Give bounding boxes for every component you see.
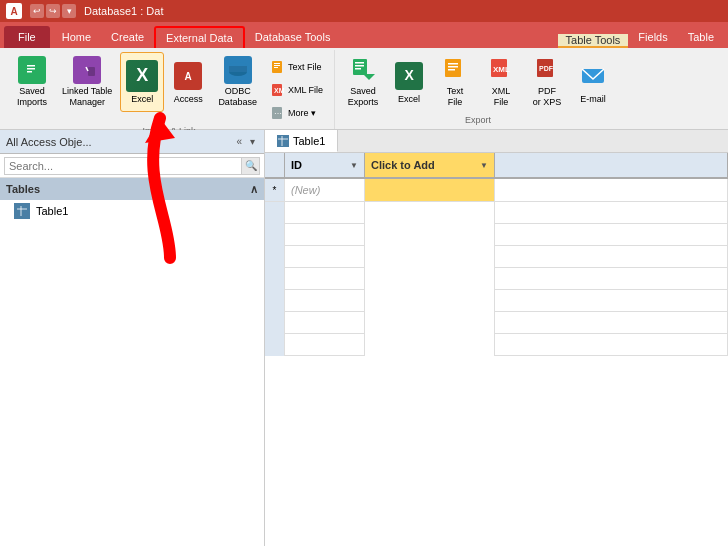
nav-pane-title: All Access Obje... <box>6 136 92 148</box>
id-dropdown-icon[interactable]: ▼ <box>350 161 358 170</box>
access-icon: A <box>174 62 202 90</box>
table-row <box>265 202 728 224</box>
svg-text:⋯: ⋯ <box>274 109 282 118</box>
app-logo: A <box>6 3 22 19</box>
empty-cell <box>495 179 728 201</box>
id-column-header[interactable]: ID ▼ <box>285 153 365 177</box>
more-import-dropdown[interactable]: ⋯ More ▾ <box>265 102 328 124</box>
nav-pane-header: All Access Obje... « ▾ <box>0 130 264 154</box>
svg-rect-25 <box>445 59 461 77</box>
access-import-button[interactable]: A Access <box>166 52 210 112</box>
table-tab-table1[interactable]: Table1 <box>265 130 338 152</box>
more-icon: ⋯ <box>270 105 286 121</box>
email-icon <box>579 62 607 90</box>
ribbon-tabs: File Home Create External Data Database … <box>0 22 728 48</box>
text-export-button[interactable]: Text File <box>433 52 477 112</box>
row-marker-new: * <box>265 179 285 201</box>
svg-line-6 <box>86 67 88 71</box>
quick-access-dropdown[interactable]: ▾ <box>62 4 76 18</box>
svg-text:PDF: PDF <box>539 65 554 72</box>
xml-export-icon: XML <box>487 56 515 84</box>
svg-text:XML: XML <box>274 87 285 94</box>
undo-button[interactable]: ↩ <box>30 4 44 18</box>
svg-rect-1 <box>27 65 35 67</box>
pdf-icon: PDF <box>533 56 561 84</box>
svg-rect-11 <box>229 66 247 72</box>
email-export-button[interactable]: E-mail <box>571 52 615 112</box>
svg-rect-13 <box>274 63 280 64</box>
main-area: All Access Obje... « ▾ 🔍 Tables ∧ <box>0 130 728 546</box>
search-input[interactable] <box>4 157 242 175</box>
grid-header: ID ▼ Click to Add ▼ <box>265 153 728 179</box>
svg-rect-22 <box>355 65 364 67</box>
table-row <box>265 246 728 268</box>
tab-database-tools[interactable]: Database Tools <box>245 26 341 48</box>
saved-exports-button[interactable]: Saved Exports <box>341 52 385 112</box>
nav-item-table1[interactable]: Table1 <box>0 200 264 222</box>
svg-rect-4 <box>79 63 86 72</box>
context-tab-label: Table Tools <box>566 34 621 46</box>
svg-rect-3 <box>27 71 32 73</box>
export-label: Export <box>465 113 491 127</box>
linked-table-manager-button[interactable]: Linked Table Manager <box>56 52 118 112</box>
tab-home[interactable]: Home <box>52 26 101 48</box>
linked-table-icon <box>73 56 101 84</box>
table-row: * (New) <box>265 179 728 202</box>
nav-pane: All Access Obje... « ▾ 🔍 Tables ∧ <box>0 130 265 546</box>
saved-imports-button[interactable]: Saved Imports <box>10 52 54 112</box>
click-to-add-cell[interactable] <box>365 179 495 201</box>
text-file-import-button[interactable]: Text File <box>265 56 328 78</box>
nav-collapse-left[interactable]: « <box>233 135 245 148</box>
xml-file-import-button[interactable]: XML XML File <box>265 79 328 101</box>
xml-file-icon: XML <box>270 82 286 98</box>
odbc-import-button[interactable]: ODBC Database <box>212 52 263 112</box>
table-row <box>265 224 728 246</box>
svg-rect-14 <box>274 65 280 66</box>
table-row <box>265 290 728 312</box>
svg-rect-34 <box>17 206 27 216</box>
svg-marker-24 <box>363 74 375 80</box>
empty-header <box>495 153 728 177</box>
excel-export-button[interactable]: X Excel <box>387 52 431 112</box>
svg-rect-37 <box>278 136 288 146</box>
search-icon[interactable]: 🔍 <box>242 157 260 175</box>
svg-text:XML: XML <box>493 65 510 74</box>
excel-icon <box>126 60 158 92</box>
tab-create[interactable]: Create <box>101 26 154 48</box>
click-to-add-header[interactable]: Click to Add ▼ <box>365 153 495 177</box>
svg-rect-5 <box>88 67 95 76</box>
click-to-add-dropdown-icon[interactable]: ▼ <box>480 161 488 170</box>
table-area: Table1 ID ▼ Click to Add ▼ <box>265 130 728 546</box>
saved-imports-icon <box>18 56 46 84</box>
tab-file[interactable]: File <box>4 26 50 48</box>
pdf-xps-export-button[interactable]: PDF PDF or XPS <box>525 52 569 112</box>
id-cell-new[interactable]: (New) <box>285 179 365 201</box>
nav-arrow-down[interactable]: ▾ <box>247 135 258 148</box>
table-icon <box>14 203 30 219</box>
table-tab-icon <box>277 135 289 147</box>
table-row <box>265 334 728 356</box>
xml-export-button[interactable]: XML XML File <box>479 52 523 112</box>
excel-export-icon: X <box>395 62 423 90</box>
tab-table[interactable]: Table <box>678 26 724 48</box>
tab-external-data[interactable]: External Data <box>154 26 245 48</box>
odbc-icon <box>224 56 252 84</box>
table-tabs: Table1 <box>265 130 728 153</box>
text-export-icon <box>441 56 469 84</box>
svg-rect-23 <box>355 68 361 70</box>
svg-rect-15 <box>274 67 278 68</box>
svg-rect-26 <box>448 63 458 65</box>
tab-fields[interactable]: Fields <box>628 26 677 48</box>
text-file-icon <box>270 59 286 75</box>
svg-rect-28 <box>448 69 455 71</box>
ribbon-content: Saved Imports Linked Table Manager <box>0 48 728 130</box>
svg-rect-2 <box>27 68 35 70</box>
excel-import-button[interactable]: Excel <box>120 52 164 112</box>
row-marker-header <box>265 153 285 177</box>
redo-button[interactable]: ↪ <box>46 4 60 18</box>
ribbon-group-export: Saved Exports X Excel <box>335 50 621 129</box>
title-bar: A ↩ ↪ ▾ Database1 : Dat <box>0 0 728 22</box>
table-row <box>265 268 728 290</box>
table-row <box>265 312 728 334</box>
nav-section-tables[interactable]: Tables ∧ <box>0 178 264 200</box>
